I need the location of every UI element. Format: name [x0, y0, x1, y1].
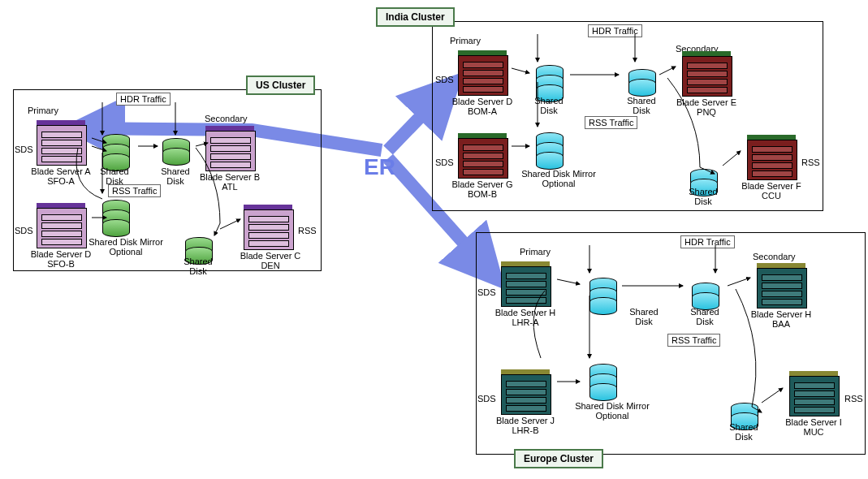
india-disk1-lbl: Shared Disk: [526, 96, 572, 115]
us-sds2: SDS: [15, 226, 33, 235]
us-disk2-lbl: Shared Disk: [153, 166, 198, 186]
eu-server-i: [789, 371, 838, 415]
us-disk3: [102, 200, 128, 232]
eu-server-j: [501, 369, 550, 413]
india-rss-traffic: RSS Traffic: [585, 116, 637, 129]
india-server-d: [458, 50, 507, 94]
india-sds1: SDS: [435, 75, 454, 84]
eu-server-h-lbl: Blade Server H LHR-A: [489, 308, 562, 327]
india-rss: RSS: [801, 158, 820, 167]
us-server-c-lbl: Blade Server C DEN: [234, 251, 307, 270]
eu-disk3-lbl: Shared Disk Mirror Optional: [572, 401, 653, 421]
us-sds1: SDS: [15, 145, 33, 154]
india-disk3: [536, 132, 562, 165]
us-hdr: HDR Traffic: [116, 93, 171, 106]
us-disk1: [102, 134, 128, 166]
eu-rss-traffic: RSS Traffic: [667, 334, 720, 347]
us-disk2: [162, 138, 188, 170]
eu-rss: RSS: [844, 394, 863, 403]
eu-disk2-lbl: Shared Disk: [682, 307, 728, 326]
er-label: ER: [364, 154, 395, 180]
us-server-c: [244, 205, 292, 248]
us-primary: Primary: [28, 106, 58, 115]
eu-server-h2: [757, 263, 805, 307]
eu-server-h2-lbl: Blade Server H BAA: [745, 309, 818, 329]
us-server-b-lbl: Blade Server B ATL: [193, 172, 266, 192]
eu-hdr: HDR Traffic: [680, 235, 735, 248]
us-rss-traffic: RSS Traffic: [108, 184, 161, 197]
us-server-a-lbl: Blade Server A SFO-A: [24, 166, 97, 186]
india-disk1: [536, 65, 562, 97]
india-server-e-lbl: Blade Server E PNQ: [670, 97, 743, 117]
eu-sds2: SDS: [477, 394, 496, 403]
us-server-a: [37, 120, 85, 164]
eu-secondary: Secondary: [753, 252, 796, 261]
eu-sds1: SDS: [477, 287, 496, 297]
india-disk2-lbl: Shared Disk: [619, 96, 664, 115]
india-server-d-lbl: Blade Server D BOM-A: [446, 97, 519, 116]
eu-disk4-lbl: Shared Disk: [721, 422, 767, 442]
us-secondary: Secondary: [205, 114, 248, 123]
india-cluster-title: India Cluster: [376, 7, 455, 27]
us-disk4-lbl: Shared Disk: [175, 257, 221, 276]
eu-disk1: [589, 278, 615, 310]
india-disk3-lbl: Shared Disk Mirror Optional: [518, 169, 599, 188]
us-rss: RSS: [298, 226, 317, 235]
india-disk4-lbl: Shared Disk: [680, 187, 726, 206]
eu-server-h: [501, 261, 550, 305]
eu-server-i-lbl: Blade Server I MUC: [777, 417, 850, 437]
eu-primary: Primary: [520, 247, 551, 257]
india-primary: Primary: [450, 36, 481, 45]
us-disk1-lbl: Shared Disk: [92, 166, 137, 186]
india-server-f: [747, 135, 796, 179]
eu-cluster-title: Europe Cluster: [514, 449, 603, 468]
india-server-g-lbl: Blade Server G BOM-B: [446, 179, 519, 199]
india-hdr: HDR Traffic: [588, 24, 642, 37]
eu-disk1-lbl: Shared Disk: [621, 307, 667, 326]
india-server-e: [682, 51, 731, 95]
eu-server-j-lbl: Blade Server J LHR-B: [489, 416, 562, 435]
india-server-f-lbl: Blade Server F CCU: [735, 181, 808, 201]
us-server-b: [205, 126, 254, 170]
eu-disk3: [589, 364, 615, 396]
india-server-g: [458, 133, 507, 177]
india-sds2: SDS: [435, 158, 454, 167]
us-server-d: [37, 203, 85, 247]
us-cluster-title: US Cluster: [246, 76, 315, 95]
us-disk3-lbl: Shared Disk Mirror Optional: [85, 237, 166, 257]
